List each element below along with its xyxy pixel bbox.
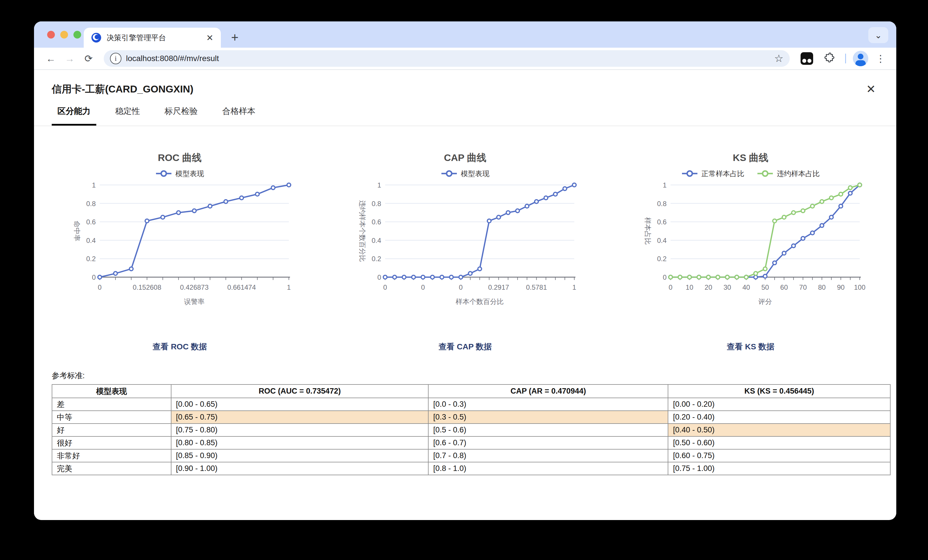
table-cell-label: 差 xyxy=(52,398,171,411)
chart-legend: 模型表现 xyxy=(63,168,297,179)
svg-text:0.2: 0.2 xyxy=(657,255,667,263)
toolbar-divider xyxy=(845,54,846,63)
svg-text:0.8: 0.8 xyxy=(657,200,667,207)
tab-稳定性[interactable]: 稳定性 xyxy=(110,106,146,126)
table-header-cell: 模型表现 xyxy=(52,385,171,398)
svg-text:70: 70 xyxy=(799,283,807,291)
view-data-link[interactable]: 查看 KS 数据 xyxy=(727,342,774,351)
svg-text:80: 80 xyxy=(818,283,826,291)
page-tabs: 区分能力稳定性标尺检验合格样本 xyxy=(34,106,896,126)
svg-text:40: 40 xyxy=(742,283,750,291)
svg-text:1: 1 xyxy=(572,283,576,291)
tab-title: 决策引擎管理平台 xyxy=(107,33,201,43)
chart-legend: 正常样本占比违约样本占比 xyxy=(633,168,868,179)
svg-text:命中率: 命中率 xyxy=(73,221,81,242)
svg-text:0.5781: 0.5781 xyxy=(526,283,547,291)
table-cell-roc: [0.90 - 1.00) xyxy=(171,462,429,475)
extension-icon[interactable] xyxy=(801,52,813,65)
tab-close-icon[interactable]: ✕ xyxy=(206,33,214,43)
new-tab-button[interactable]: + xyxy=(231,31,238,44)
browser-tab[interactable]: 决策引擎管理平台 ✕ xyxy=(84,28,221,48)
close-window-icon[interactable] xyxy=(47,31,55,38)
table-cell-cap: [0.6 - 0.7) xyxy=(428,437,668,449)
table-cell-cap: [0.7 - 0.8) xyxy=(428,449,668,462)
table-cell-ks: [0.60 - 0.75) xyxy=(668,449,890,462)
legend-item[interactable]: 模型表现 xyxy=(441,169,490,178)
chart-title: CAP 曲线 xyxy=(348,151,582,164)
back-icon[interactable]: ← xyxy=(43,50,59,67)
svg-text:10: 10 xyxy=(686,283,693,291)
svg-text:0: 0 xyxy=(92,274,96,281)
table-header-cell: ROC (AUC = 0.735472) xyxy=(171,385,429,398)
reload-icon[interactable]: ⟳ xyxy=(80,50,97,67)
svg-text:0.2: 0.2 xyxy=(372,255,381,263)
page-close-icon[interactable]: ✕ xyxy=(866,82,876,96)
svg-text:误警率: 误警率 xyxy=(184,298,205,305)
chart-plot: 00.20.40.60.81样本占比0102030405060708090100… xyxy=(633,179,868,313)
charts-row: ROC 曲线模型表现00.20.40.60.81命中率00.1526080.42… xyxy=(34,151,896,314)
svg-text:样本个数百分比: 样本个数百分比 xyxy=(455,298,504,305)
svg-text:0: 0 xyxy=(421,283,425,291)
svg-text:0.6: 0.6 xyxy=(372,218,381,226)
svg-text:90: 90 xyxy=(837,283,844,291)
chart-CAP 曲线: CAP 曲线模型表现00.20.40.60.81违约样本个数百分比0000.29… xyxy=(348,151,582,314)
url-bar[interactable]: i localhost:8080/#/mv/result ☆ xyxy=(104,50,790,67)
svg-text:0: 0 xyxy=(383,283,387,291)
table-cell-ks: [0.20 - 0.40) xyxy=(668,411,890,423)
svg-text:0: 0 xyxy=(98,283,101,291)
profile-avatar[interactable] xyxy=(853,51,868,66)
svg-text:1: 1 xyxy=(92,181,96,189)
table-cell-label: 好 xyxy=(52,423,171,437)
svg-text:评分: 评分 xyxy=(758,298,772,305)
table-cell-cap: [0.0 - 0.3) xyxy=(428,398,668,411)
extensions-puzzle-icon[interactable] xyxy=(822,52,835,65)
table-cell-ks: [0.00 - 0.20) xyxy=(668,398,890,411)
chart-plot: 00.20.40.60.81命中率00.1526080.4268730.6614… xyxy=(63,179,297,313)
table-cell-ks: [0.40 - 0.50) xyxy=(668,423,890,437)
url-text[interactable]: localhost:8080/#/mv/result xyxy=(126,54,770,63)
svg-text:50: 50 xyxy=(762,283,769,291)
svg-text:30: 30 xyxy=(723,283,731,291)
svg-text:样本占比: 样本占比 xyxy=(644,217,652,245)
legend-marker-icon xyxy=(156,170,172,177)
chart-legend: 模型表现 xyxy=(348,168,582,179)
tab-标尺检验[interactable]: 标尺检验 xyxy=(159,106,203,126)
table-cell-label: 中等 xyxy=(52,411,171,423)
legend-marker-icon xyxy=(441,170,458,177)
table-cell-ks: [0.50 - 0.60) xyxy=(668,437,890,449)
table-cell-roc: [0.80 - 0.85) xyxy=(171,437,429,449)
legend-marker-icon xyxy=(757,170,774,177)
tab-合格样本[interactable]: 合格样本 xyxy=(217,106,261,126)
bookmark-star-icon[interactable]: ☆ xyxy=(774,53,783,64)
legend-item[interactable]: 违约样本占比 xyxy=(757,169,820,178)
table-cell-label: 完美 xyxy=(52,462,171,475)
table-row: 差[0.00 - 0.65)[0.0 - 0.3)[0.00 - 0.20) xyxy=(52,398,890,411)
table-row: 中等[0.65 - 0.75)[0.3 - 0.5)[0.20 - 0.40) xyxy=(52,411,890,423)
legend-item[interactable]: 模型表现 xyxy=(156,169,204,178)
view-data-link[interactable]: 查看 CAP 数据 xyxy=(438,342,492,351)
tab-区分能力[interactable]: 区分能力 xyxy=(52,106,96,126)
chart-plot: 00.20.40.60.81违约样本个数百分比0000.29170.57811样… xyxy=(348,179,582,313)
zoom-window-icon[interactable] xyxy=(73,31,81,38)
svg-text:违约样本个数百分比: 违约样本个数百分比 xyxy=(359,200,366,262)
tab-search-chevron-icon[interactable]: ⌄ xyxy=(868,27,888,43)
browser-toolbar: ← → ⟳ i localhost:8080/#/mv/result ☆ ⋮ xyxy=(34,48,896,70)
menu-kebab-icon[interactable]: ⋮ xyxy=(876,53,885,64)
table-cell-roc: [0.00 - 0.65) xyxy=(171,398,429,411)
svg-text:0: 0 xyxy=(663,274,667,281)
svg-text:0.4: 0.4 xyxy=(86,237,96,244)
minimize-window-icon[interactable] xyxy=(60,31,68,38)
table-cell-label: 很好 xyxy=(52,437,171,449)
chart-title: ROC 曲线 xyxy=(63,151,297,164)
legend-item[interactable]: 正常样本占比 xyxy=(681,169,744,178)
view-data-link[interactable]: 查看 ROC 数据 xyxy=(153,342,207,351)
svg-text:0.8: 0.8 xyxy=(372,200,381,207)
svg-text:1: 1 xyxy=(287,283,291,291)
browser-tabstrip: 决策引擎管理平台 ✕ + ⌄ xyxy=(34,21,896,48)
svg-text:0.6: 0.6 xyxy=(86,218,96,226)
site-info-icon[interactable]: i xyxy=(110,53,121,64)
table-header-cell: CAP (AR = 0.470944) xyxy=(428,385,668,398)
table-cell-cap: [0.3 - 0.5) xyxy=(428,411,668,423)
page-title: 信用卡-工薪(CARD_GONGXIN) xyxy=(52,82,879,96)
traffic-lights xyxy=(47,31,81,38)
